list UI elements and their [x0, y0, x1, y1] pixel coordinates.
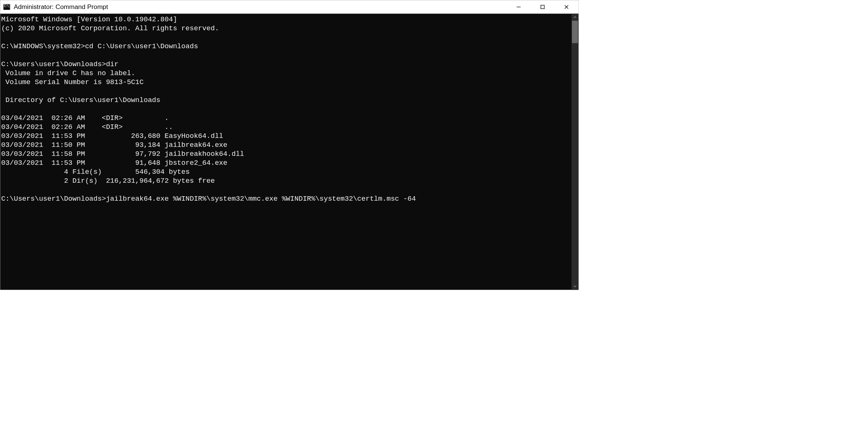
prompt-command: dir [106, 61, 118, 68]
prompt-path: C:\Users\user1\Downloads> [1, 61, 106, 68]
svg-rect-1 [541, 5, 544, 9]
dir-entry: 03/04/2021 02:26 AM <DIR> . [1, 114, 169, 122]
window: C:\. Administrator: Command Prompt Micro… [0, 0, 579, 290]
dir-volume: Volume in drive C has no label. [1, 70, 135, 77]
prompt-path: C:\Users\user1\Downloads> [1, 195, 106, 203]
banner-version: Microsoft Windows [Version 10.0.19042.80… [1, 16, 177, 24]
dir-serial: Volume Serial Number is 9813-5C1C [1, 78, 144, 86]
dir-entry: 03/03/2021 11:53 PM 91,648 jbstore2_64.e… [1, 159, 227, 167]
window-title: Administrator: Command Prompt [14, 3, 507, 11]
scroll-up-arrow-icon[interactable] [572, 14, 579, 21]
client-area: Microsoft Windows [Version 10.0.19042.80… [0, 14, 579, 290]
scroll-thumb[interactable] [572, 21, 578, 43]
dir-summary-dirs: 2 Dir(s) 216,231,964,672 bytes free [1, 177, 215, 185]
terminal-output[interactable]: Microsoft Windows [Version 10.0.19042.80… [0, 14, 572, 290]
dir-summary-files: 4 File(s) 546,304 bytes [1, 168, 190, 176]
prompt-path: C:\WINDOWS\system32> [1, 43, 85, 50]
prompt-line: C:\WINDOWS\system32>cd C:\Users\user1\Do… [1, 43, 198, 50]
dir-label: Directory of C:\Users\user1\Downloads [1, 96, 160, 104]
scroll-down-arrow-icon[interactable] [572, 283, 579, 290]
dir-entry: 03/04/2021 02:26 AM <DIR> .. [1, 123, 173, 131]
prompt-line: C:\Users\user1\Downloads>dir [1, 61, 118, 68]
dir-entry: 03/03/2021 11:58 PM 97,792 jailbreakhook… [1, 150, 244, 158]
prompt-command: cd C:\Users\user1\Downloads [85, 43, 198, 50]
vertical-scrollbar[interactable] [572, 14, 579, 290]
minimize-button[interactable] [507, 0, 530, 13]
close-button[interactable] [554, 0, 578, 13]
maximize-button[interactable] [530, 0, 554, 13]
titlebar[interactable]: C:\. Administrator: Command Prompt [0, 0, 579, 14]
dir-entry: 03/03/2021 11:53 PM 263,680 EasyHook64.d… [1, 132, 223, 140]
prompt-line: C:\Users\user1\Downloads>jailbreak64.exe… [1, 195, 416, 203]
prompt-command: jailbreak64.exe %WINDIR%\system32\mmc.ex… [106, 195, 416, 203]
window-controls [507, 0, 578, 13]
cmd-icon: C:\. [3, 3, 10, 11]
dir-entry: 03/03/2021 11:50 PM 93,184 jailbreak64.e… [1, 141, 227, 149]
scroll-track[interactable] [572, 21, 579, 283]
banner-copyright: (c) 2020 Microsoft Corporation. All righ… [1, 25, 219, 33]
